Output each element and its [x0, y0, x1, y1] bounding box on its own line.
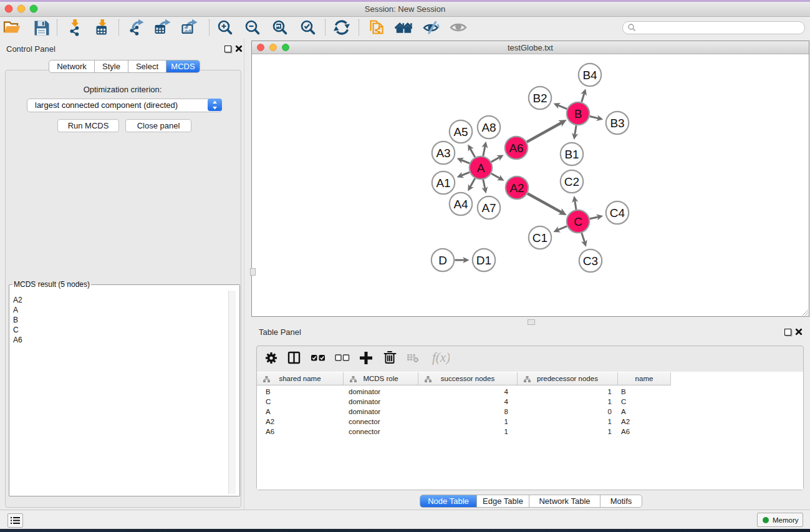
svg-text:C4: C4 [610, 206, 625, 220]
svg-text:f(x): f(x) [432, 350, 450, 365]
svg-text:A4: A4 [453, 198, 468, 211]
svg-text:A6: A6 [509, 142, 523, 155]
svg-text:D1: D1 [476, 254, 491, 267]
svg-text:C2: C2 [564, 175, 579, 188]
svg-text:C3: C3 [583, 254, 598, 268]
svg-text:B3: B3 [610, 117, 624, 130]
svg-text:A7: A7 [481, 201, 496, 215]
svg-text:B4: B4 [582, 69, 597, 82]
svg-text:A: A [477, 162, 485, 175]
svg-text:B2: B2 [533, 92, 547, 105]
svg-text:D: D [438, 254, 447, 267]
svg-text:C: C [574, 215, 582, 228]
svg-text:B: B [574, 107, 582, 120]
svg-text:A1: A1 [436, 177, 450, 190]
svg-text:A3: A3 [436, 147, 450, 160]
svg-text:A2: A2 [509, 181, 524, 195]
svg-text:A5: A5 [453, 125, 468, 138]
svg-text:C1: C1 [533, 231, 547, 244]
svg-text:B1: B1 [564, 148, 579, 161]
svg-text:A8: A8 [481, 121, 496, 134]
